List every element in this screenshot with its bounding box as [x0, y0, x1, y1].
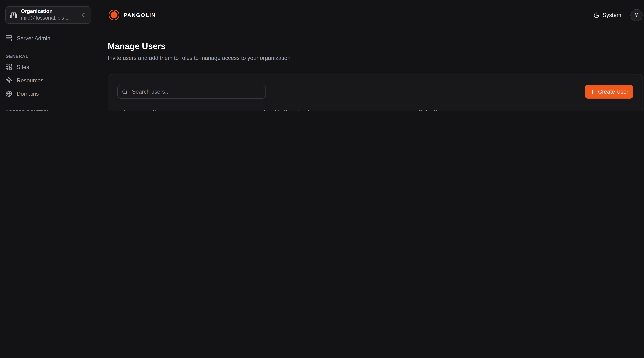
brand-logo: PANGOLIN	[108, 9, 156, 21]
users-toolbar: Create User	[117, 85, 633, 99]
sidebar-item-label: Server Admin	[16, 35, 50, 41]
topbar: PANGOLIN System M	[98, 0, 644, 30]
theme-label: System	[602, 12, 621, 18]
building-icon	[10, 12, 17, 18]
section-label-access-control: ACCESS CONTROL	[6, 109, 91, 111]
sidebar: Organization milo@fossorial.io's ... Ser…	[0, 0, 98, 111]
org-switcher-label: Organization	[21, 8, 77, 15]
org-switcher[interactable]: Organization milo@fossorial.io's ...	[6, 6, 91, 24]
avatar-initial: M	[634, 12, 639, 18]
chevrons-up-down-icon	[81, 12, 86, 18]
user-avatar[interactable]: M	[630, 9, 642, 21]
sidebar-item-server-admin[interactable]: Server Admin	[6, 32, 91, 45]
sort-icon	[152, 110, 158, 111]
sidebar-item-sites[interactable]: Sites	[6, 60, 91, 74]
server-icon	[6, 35, 12, 42]
main-content: PANGOLIN System M Manage Users Invite us…	[98, 0, 644, 111]
column-label: Username	[124, 109, 150, 111]
search-box	[117, 85, 266, 99]
app-window: Organization milo@fossorial.io's ... Ser…	[0, 0, 644, 111]
plus-icon	[590, 89, 596, 95]
search-icon	[122, 89, 128, 95]
column-header-username[interactable]: Username	[117, 109, 258, 111]
page-subtitle: Invite users and add them to roles to ma…	[108, 54, 643, 62]
create-user-label: Create User	[598, 88, 628, 95]
sort-icon	[433, 110, 438, 111]
table-header-row: Username Identity Provider Role	[117, 104, 633, 111]
create-user-button[interactable]: Create User	[585, 85, 633, 99]
column-label: Role	[418, 109, 430, 111]
waypoints-icon	[6, 77, 12, 84]
page-header: Manage Users Invite users and add them t…	[98, 30, 644, 62]
moon-icon	[594, 12, 600, 18]
users-table: Username Identity Provider Role	[117, 104, 633, 111]
column-header-role[interactable]: Role	[412, 109, 634, 111]
sidebar-item-resources[interactable]: Resources	[6, 74, 91, 87]
column-header-identity-provider[interactable]: Identity Provider	[258, 109, 412, 111]
combine-icon	[6, 64, 12, 70]
section-label-general: GENERAL	[6, 54, 91, 59]
org-switcher-value: milo@fossorial.io's ...	[21, 15, 77, 22]
sidebar-item-label: Sites	[16, 64, 29, 70]
sidebar-item-label: Domains	[16, 90, 39, 97]
pangolin-logo-icon	[108, 9, 120, 21]
page-title: Manage Users	[108, 41, 643, 51]
theme-toggle[interactable]: System	[594, 12, 621, 18]
sort-icon	[307, 110, 312, 111]
globe-icon	[6, 90, 12, 97]
sidebar-item-domains[interactable]: Domains	[6, 87, 91, 100]
search-input[interactable]	[131, 88, 261, 95]
column-label: Identity Provider	[264, 109, 304, 111]
users-card: Create User Username Identity Provider	[108, 74, 643, 111]
sidebar-item-label: Resources	[16, 77, 44, 83]
brand-name: PANGOLIN	[124, 12, 156, 18]
